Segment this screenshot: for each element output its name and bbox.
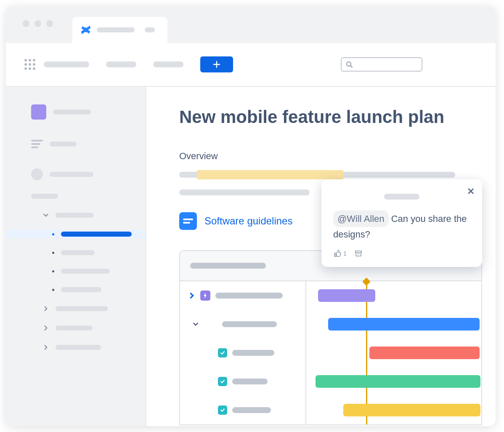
chevron-down-icon [43,212,49,218]
gantt-bar[interactable] [318,289,375,302]
gantt-bar[interactable] [328,318,480,331]
header-bar [6,43,496,87]
sidebar-tree-item[interactable] [28,343,135,352]
task-name-placeholder [222,321,277,327]
gantt-header-placeholder [190,263,266,269]
gantt-row-epic[interactable] [180,281,481,310]
thumbs-up-icon [333,249,342,258]
sidebar-label-placeholder [31,194,58,199]
chevron-right-icon [43,325,49,331]
list-icon [31,140,43,148]
document-icon [179,212,197,230]
gantt-row-task[interactable] [180,339,481,367]
sidebar-label-placeholder [56,213,93,218]
app-window: New mobile feature launch plan Overview … [6,6,496,426]
gantt-row-group[interactable] [180,310,481,339]
traffic-minimize[interactable] [34,20,41,27]
gantt-row-task[interactable] [180,396,481,424]
comment-actions: 1 [333,249,470,258]
tab-title-placeholder [97,27,135,32]
nav-item-placeholder[interactable] [44,61,89,67]
sidebar-nav-item[interactable] [28,192,135,200]
sidebar-tree-item[interactable] [28,248,135,257]
sidebar-label-placeholder [61,269,110,274]
sidebar-label-placeholder [61,287,101,292]
chevron-right-icon [43,306,49,312]
sidebar-label-placeholder [50,172,93,177]
bullet-icon [52,233,54,235]
sidebar-label-placeholder [61,250,95,255]
sidebar-tree-item[interactable] [28,285,135,294]
smart-link-label: Software guidelines [204,215,292,227]
app-switcher-icon[interactable] [24,59,35,70]
sidebar-nav-item[interactable] [28,167,135,182]
like-count: 1 [343,250,347,257]
sidebar-tree-item[interactable] [28,323,135,333]
task-name-placeholder [232,407,271,413]
gantt-bar[interactable] [369,347,480,359]
close-icon[interactable]: ✕ [467,186,475,197]
page-title: New mobile feature launch plan [179,107,496,127]
highlight-selection [197,170,343,179]
user-mention[interactable]: @Will Allen [333,211,389,227]
sidebar-tree-item[interactable] [28,304,135,313]
sidebar-tree-item[interactable] [28,211,135,220]
browser-tab[interactable] [72,17,167,43]
sidebar-tree-item[interactable] [28,267,135,275]
create-button[interactable] [200,56,233,72]
traffic-lights [23,20,53,27]
search-input[interactable] [341,57,422,72]
bullet-icon [52,289,54,291]
gantt-chart [179,250,482,425]
task-name-placeholder [215,293,283,299]
circle-icon [31,168,43,180]
task-check-icon [218,348,227,357]
traffic-maximize[interactable] [46,20,53,27]
confluence-icon [80,24,92,36]
sidebar-nav-item[interactable] [28,138,135,150]
svg-rect-1 [355,251,361,253]
space-header[interactable] [28,103,135,121]
archive-icon[interactable] [354,249,363,258]
gantt-bar[interactable] [343,404,480,416]
tab-placeholder-short [145,27,155,32]
comment-body: @Will Allen Can you share the designs? [333,211,470,242]
chevron-right-icon [43,344,49,350]
sidebar-label-placeholder [61,232,132,237]
nav-item-placeholder[interactable] [153,61,183,67]
nav-item-placeholder[interactable] [106,61,136,67]
comment-popup: ✕ @Will Allen Can you share the designs?… [321,179,482,267]
sidebar-label-placeholder [56,325,93,331]
task-check-icon [218,377,227,386]
task-check-icon [218,405,227,415]
plus-icon [213,61,220,68]
text-placeholder [179,189,310,195]
chevron-right-icon[interactable] [188,292,195,299]
sidebar-label-placeholder [56,306,108,311]
gantt-row-task[interactable] [180,367,481,396]
epic-icon [200,291,210,301]
space-name-placeholder [53,109,91,115]
task-name-placeholder [232,379,268,384]
traffic-close[interactable] [23,20,29,27]
browser-chrome [6,6,496,43]
space-avatar [31,104,46,120]
like-button[interactable]: 1 [333,249,347,258]
chevron-down-icon[interactable] [193,321,199,327]
bullet-icon [52,252,54,254]
gantt-bar[interactable] [316,375,480,388]
main-content: New mobile feature launch plan Overview … [146,87,496,426]
comment-author-placeholder [384,194,419,200]
sidebar-label-placeholder [56,345,101,350]
sidebar-tree-item-active[interactable] [6,230,146,238]
search-icon [346,61,353,68]
bullet-icon [52,270,54,272]
sidebar [6,87,146,426]
text-placeholder-highlighted [179,172,455,178]
sidebar-label-placeholder [50,141,77,147]
task-name-placeholder [232,350,274,356]
section-title: Overview [179,151,496,162]
